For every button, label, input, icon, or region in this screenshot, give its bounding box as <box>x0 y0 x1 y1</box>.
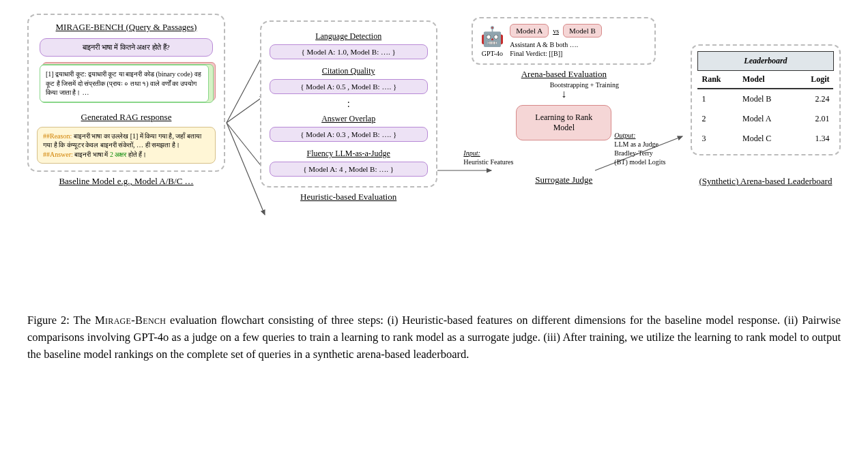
rag-title: Generated RAG response <box>37 112 216 123</box>
arena-panel: 🤖 GPT-4o Model A vs Model B Assistant A … <box>472 17 656 65</box>
answer-text-a: बाइनरी भाषा में <box>73 151 110 158</box>
answer-highlight: 2 अक्षर <box>110 151 127 158</box>
metric-title-1: Citation Quality <box>270 66 428 76</box>
figure-label: Figure 2: <box>27 314 73 327</box>
passage-stack: [1] द्वयाधारी कूट: द्वयाधारी कूट या बाइन… <box>37 62 216 105</box>
surrogate-column: 🤖 GPT-4o Model A vs Model B Assistant A … <box>472 17 656 185</box>
input-annotation: Input: Heuristic Features <box>463 149 513 166</box>
bootstrap-label: Bootstrapping + Training <box>492 81 676 89</box>
metric-title-0: Language Detection <box>270 31 428 42</box>
down-arrow-icon: ↓ <box>472 89 656 100</box>
col3-caption: Surrogate Judge <box>472 175 656 185</box>
flowchart: MIRAGE-BENCH (Query & Passages) बाइनरी भ… <box>27 14 841 293</box>
leaderboard-panel: Leaderboard Rank Model Logit 1Model B2.2… <box>691 44 841 155</box>
leaderboard-table: Leaderboard Rank Model Logit 1Model B2.2… <box>697 51 834 149</box>
vs-label: vs <box>551 27 560 35</box>
metric-title-3: Fluency LLM-as-a-Judge <box>270 149 428 159</box>
gpt-label: GPT-4o <box>480 50 504 57</box>
table-row: 3Model C1.34 <box>697 129 833 149</box>
table-row: 1Model B2.24 <box>697 89 833 109</box>
answer-text-c: होते हैं। <box>126 151 147 158</box>
input-panel: MIRAGE-BENCH (Query & Passages) बाइनरी भ… <box>27 14 225 172</box>
col2-caption: Heuristic-based Evaluation <box>260 192 437 202</box>
metric-title-2: Answer Overlap <box>270 114 428 124</box>
heuristic-panel: Language Detection { Model A: 1.0, Model… <box>260 20 437 188</box>
query-box: बाइनरी भाषा में कितने अक्षर होते हैं? <box>40 38 213 57</box>
table-row: 2Model A2.01 <box>697 109 833 129</box>
lb-col-model: Model <box>738 71 794 89</box>
lb-col-rank: Rank <box>697 71 738 89</box>
bench-name: Mirage-Bench <box>95 314 166 327</box>
assistant-line: Assistant A & B both …. <box>510 40 648 49</box>
metric-box-2: { Model A: 0.3 , Model B: …. } <box>270 127 428 142</box>
robot-icon: 🤖 <box>480 24 504 48</box>
lb-header: Leaderboard <box>697 52 833 71</box>
verdict-line: Final Verdict: [[B]] <box>510 49 648 58</box>
arena-eval-label: Arena-based Evaluation <box>472 69 656 80</box>
metric-box-1: { Model A: 0.5 , Model B: …. } <box>270 79 428 94</box>
vertical-ellipsis: ·· <box>270 101 428 108</box>
ltr-model-box: Learning to Rank Model <box>516 105 611 140</box>
model-a-pill: Model A <box>510 24 549 38</box>
svg-line-0 <box>227 51 265 123</box>
reason-label: ##Reason: <box>43 132 72 140</box>
input-title: MIRAGE-BENCH (Query & Passages) <box>37 22 216 33</box>
heuristic-column: Language Detection { Model A: 1.0, Model… <box>260 20 437 202</box>
passage-text: [1] द्वयाधारी कूट: द्वयाधारी कूट या बाइन… <box>40 65 209 102</box>
model-b-pill: Model B <box>563 24 602 38</box>
svg-line-1 <box>227 95 265 123</box>
lb-col-logit: Logit <box>794 71 834 89</box>
answer-label: ##Answer: <box>43 151 73 158</box>
metric-box-3: { Model A: 4 , Model B: …. } <box>270 162 428 177</box>
input-panel-column: MIRAGE-BENCH (Query & Passages) बाइनरी भ… <box>27 14 225 187</box>
col4-caption: (Synthetic) Arena-based Leaderboard <box>691 176 841 187</box>
metric-box-0: { Model A: 1.0, Model B: …. } <box>270 44 428 59</box>
svg-line-3 <box>227 123 265 215</box>
col1-caption: Baseline Model e.g., Model A/B/C … <box>27 176 225 187</box>
figure-caption: Figure 2: The Mirage-Bench evaluation fl… <box>27 312 841 363</box>
rag-response-box: ##Reason: बाइनरी भाषा का उल्लेख [1] में … <box>37 127 216 164</box>
leaderboard-column: Leaderboard Rank Model Logit 1Model B2.2… <box>691 44 841 187</box>
svg-line-2 <box>227 123 265 170</box>
output-annotation: Output: LLM as a Judge Bradley-Terry (BT… <box>614 131 665 166</box>
